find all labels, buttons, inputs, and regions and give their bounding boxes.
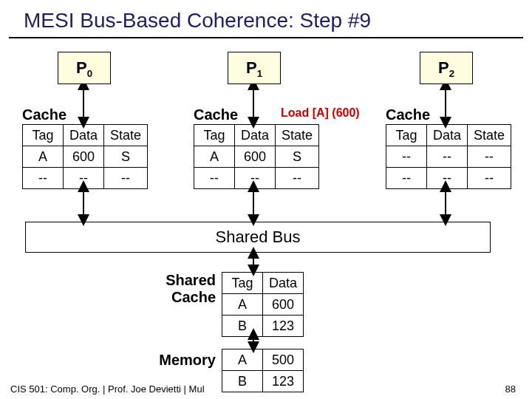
memory-label: Memory (148, 352, 216, 369)
cache2-table: TagDataState ------ ------ (386, 124, 511, 189)
diagram-stage: P0 P1 P2 Load [A] (600) Cache Cache Cach… (0, 38, 532, 378)
processor-p2: P2 (420, 52, 473, 84)
shared-cache-table: TagData A600 B123 (222, 272, 304, 337)
processor-p0: P0 (58, 52, 111, 84)
cache0-table: TagDataState A600S ------ (22, 124, 148, 189)
processor-p1: P1 (228, 52, 281, 84)
shared-bus: Shared Bus (25, 222, 491, 253)
shared-cache-label: SharedCache (155, 272, 216, 306)
cache1-table: TagDataState A600S ------ (194, 124, 319, 189)
page-title: MESI Bus-Based Coherence: Step #9 (9, 0, 523, 38)
memory-table: A500 B123 (222, 349, 304, 392)
footer-text: CIS 501: Comp. Org. | Prof. Joe Devietti… (10, 383, 205, 395)
cache0-label: Cache (22, 106, 66, 123)
cache1-label: Cache (194, 106, 238, 123)
cache2-label: Cache (386, 106, 430, 123)
load-annotation: Load [A] (600) (281, 106, 360, 120)
page-number: 88 (505, 383, 516, 395)
